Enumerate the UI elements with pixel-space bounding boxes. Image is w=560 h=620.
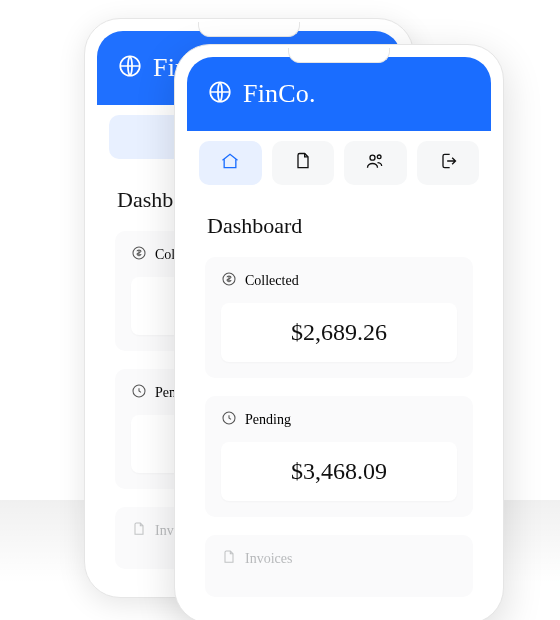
card-value: $3,468.09 xyxy=(221,442,457,501)
page-title: Dashboard xyxy=(207,213,473,239)
logout-icon xyxy=(438,151,458,175)
card-invoices: Invoices xyxy=(205,535,473,597)
dollar-icon xyxy=(221,271,237,291)
users-icon xyxy=(364,151,386,175)
svg-point-4 xyxy=(370,155,375,160)
nav-row xyxy=(187,131,491,195)
content: Dashboard Collected $2,689.26 Pending $3… xyxy=(187,195,491,611)
card-pending: Pending $3,468.09 xyxy=(205,396,473,517)
card-collected: Collected $2,689.26 xyxy=(205,257,473,378)
nav-logout[interactable] xyxy=(417,141,480,185)
svg-point-5 xyxy=(378,155,382,159)
clock-icon xyxy=(221,410,237,430)
home-icon xyxy=(220,151,240,175)
nav-users[interactable] xyxy=(344,141,407,185)
dollar-icon xyxy=(131,245,147,265)
document-icon xyxy=(131,521,147,541)
document-icon xyxy=(293,151,313,175)
globe-icon xyxy=(117,53,143,83)
phone-mockup-front: FinCo. Dashboard Collected xyxy=(174,44,504,620)
nav-home[interactable] xyxy=(199,141,262,185)
globe-icon xyxy=(207,79,233,109)
card-label: Pending xyxy=(245,412,291,428)
app-header: FinCo. xyxy=(187,57,491,131)
document-icon xyxy=(221,549,237,569)
card-label: Invoices xyxy=(245,551,292,567)
card-value: $2,689.26 xyxy=(221,303,457,362)
app-title: FinCo. xyxy=(243,79,316,109)
clock-icon xyxy=(131,383,147,403)
nav-documents[interactable] xyxy=(272,141,335,185)
screen: FinCo. Dashboard Collected xyxy=(187,57,491,611)
card-label: Collected xyxy=(245,273,299,289)
